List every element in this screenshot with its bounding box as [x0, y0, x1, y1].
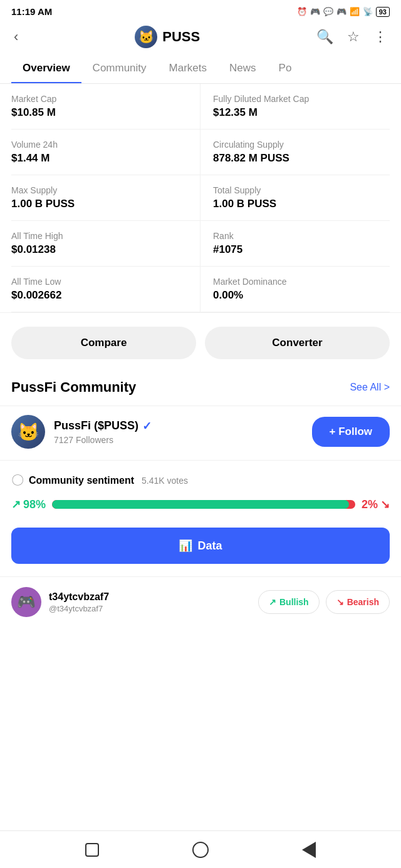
see-all-link[interactable]: See All >	[350, 382, 390, 393]
stat-value: $0.002662	[11, 289, 187, 302]
bearish-vote-icon: ↘	[336, 597, 344, 607]
stat-circ-supply: Circulating Supply 878.82 M PUSS	[200, 130, 390, 175]
search-button[interactable]: 🔍	[314, 26, 336, 48]
stat-label: Market Dominance	[213, 277, 385, 287]
sentiment-bar-fill	[52, 500, 349, 509]
stat-label: Total Supply	[213, 185, 385, 195]
status-bar: 11:19 AM ⏰ 🎮 💬 🎮 📶 📡 93	[0, 0, 401, 21]
stat-all-time-high: All Time High $0.01238	[11, 221, 200, 267]
stat-label: Max Supply	[11, 185, 187, 195]
back-button[interactable]: ‹	[11, 26, 21, 48]
sentiment-label: Community sentiment	[29, 475, 134, 486]
stat-fully-diluted: Fully Diluted Market Cap $12.35 M	[200, 84, 390, 130]
nav-back-button[interactable]	[297, 838, 321, 862]
header-center: 🐱 PUSS	[135, 26, 200, 48]
bullish-arrow-icon: ↗	[11, 498, 21, 511]
follow-button[interactable]: + Follow	[312, 417, 390, 447]
stat-label: Rank	[213, 231, 385, 241]
stat-all-time-low: All Time Low $0.002662	[11, 267, 200, 312]
signal-icon: 📶	[350, 7, 360, 16]
tab-po[interactable]: Po	[268, 56, 303, 84]
verified-icon: ✓	[142, 419, 152, 433]
stat-value: $10.85 M	[11, 106, 187, 119]
vote-buttons: ↗ Bullish ↘ Bearish	[258, 590, 390, 614]
sentiment-section: 〇 Community sentiment 5.41K votes ↗ 98% …	[0, 461, 401, 528]
coin-avatar: 🐱	[135, 26, 157, 48]
header: ‹ 🐱 PUSS 🔍 ☆ ⋮	[0, 21, 401, 56]
tab-community[interactable]: Community	[81, 56, 158, 84]
stat-label: Fully Diluted Market Cap	[213, 94, 385, 104]
user-handle: @t34ytcvbzaf7	[49, 604, 109, 613]
stat-market-cap: Market Cap $10.85 M	[11, 84, 200, 130]
community-avatar: 🐱	[11, 415, 45, 449]
bullish-percentage: ↗ 98%	[11, 498, 46, 511]
nav-home-button[interactable]	[189, 838, 212, 862]
bottom-nav	[0, 830, 401, 868]
user-row: 🎮 t34ytcvbzaf7 @t34ytcvbzaf7 ↗ Bullish ↘…	[0, 576, 401, 627]
sentiment-header: 〇 Community sentiment 5.41K votes	[11, 472, 390, 489]
tab-news[interactable]: News	[218, 56, 268, 84]
bearish-arrow-icon: ↘	[380, 498, 390, 511]
community-section-header: PussFi Community See All >	[0, 373, 401, 406]
favorite-button[interactable]: ☆	[345, 26, 362, 48]
data-chart-icon: 📊	[179, 539, 192, 553]
tab-overview[interactable]: Overview	[11, 56, 81, 84]
status-icons: ⏰ 🎮 💬 🎮 📶 📡 93	[297, 7, 390, 17]
community-section-title: PussFi Community	[11, 379, 136, 396]
community-details: PussFi ($PUSS) ✓ 7127 Followers	[54, 419, 152, 445]
converter-button[interactable]: Converter	[205, 327, 390, 359]
community-followers: 7127 Followers	[54, 435, 152, 445]
triangle-icon	[302, 842, 316, 858]
chat-icon: 💬	[323, 7, 333, 16]
stat-market-dominance: Market Dominance 0.00%	[200, 267, 390, 312]
page-title: PUSS	[162, 29, 200, 45]
user-details: t34ytcvbzaf7 @t34ytcvbzaf7	[49, 591, 109, 613]
stat-label: Market Cap	[11, 94, 187, 104]
user-info: 🎮 t34ytcvbzaf7 @t34ytcvbzaf7	[11, 587, 109, 617]
stat-rank: Rank #1075	[200, 221, 390, 267]
sentiment-icon: 〇	[11, 472, 24, 489]
bullish-vote-button[interactable]: ↗ Bullish	[258, 590, 320, 614]
stat-value: 1.00 B PUSS	[11, 198, 187, 210]
stat-value: 0.00%	[213, 289, 385, 302]
tabs-bar: Overview Community Markets News Po	[0, 56, 401, 84]
action-buttons: Compare Converter	[0, 313, 401, 373]
stat-value: $1.44 M	[11, 152, 187, 165]
stat-value: 1.00 B PUSS	[213, 198, 385, 210]
bullish-vote-icon: ↗	[269, 597, 276, 607]
stat-value: #1075	[213, 243, 385, 256]
bearish-percentage: 2% ↘	[362, 498, 390, 511]
stat-value: $12.35 M	[213, 106, 385, 119]
community-name: PussFi ($PUSS) ✓	[54, 419, 152, 433]
stat-value: $0.01238	[11, 243, 187, 256]
status-time: 11:19 AM	[11, 6, 52, 17]
stat-label: Circulating Supply	[213, 140, 385, 150]
tab-markets[interactable]: Markets	[158, 56, 218, 84]
compare-button[interactable]: Compare	[11, 327, 196, 359]
discord-icon: 🎮	[336, 7, 346, 16]
bearish-vote-button[interactable]: ↘ Bearish	[326, 590, 390, 614]
stat-label: Volume 24h	[11, 140, 187, 150]
wifi-icon: 📡	[363, 7, 373, 16]
battery-indicator: 93	[376, 7, 390, 17]
alarm-icon: ⏰	[297, 7, 307, 16]
sentiment-votes: 5.41K votes	[142, 476, 188, 486]
share-button[interactable]: ⋮	[371, 26, 390, 48]
nav-square-button[interactable]	[80, 838, 104, 862]
user-avatar: 🎮	[11, 587, 41, 617]
data-button[interactable]: 📊 Data	[11, 528, 390, 564]
circle-icon	[192, 842, 209, 858]
user-name: t34ytcvbzaf7	[49, 591, 109, 603]
community-info: 🐱 PussFi ($PUSS) ✓ 7127 Followers	[11, 415, 152, 449]
sentiment-bar-row: ↗ 98% 2% ↘	[11, 498, 390, 511]
sentiment-bar	[52, 500, 355, 509]
stat-max-supply: Max Supply 1.00 B PUSS	[11, 175, 200, 221]
stat-label: All Time High	[11, 231, 187, 241]
stats-grid: Market Cap $10.85 M Fully Diluted Market…	[0, 84, 401, 313]
stat-value: 878.82 M PUSS	[213, 152, 385, 165]
community-card: 🐱 PussFi ($PUSS) ✓ 7127 Followers + Foll…	[0, 406, 401, 461]
square-icon	[85, 843, 99, 857]
header-actions: 🔍 ☆ ⋮	[314, 26, 390, 48]
game-icon: 🎮	[310, 7, 320, 16]
stat-label: All Time Low	[11, 277, 187, 287]
